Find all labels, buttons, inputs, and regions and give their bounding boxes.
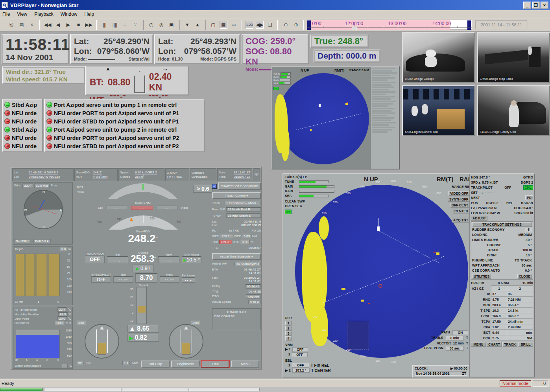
ebl1-value[interactable]: OFF: [292, 363, 309, 368]
acq-tgt-button[interactable]: ACQ TGT: [452, 218, 470, 223]
alarm-row[interactable]: offNFU order STBD to port Azipod servo u…: [46, 142, 203, 150]
alarm-row[interactable]: offNFU order STBD to port Azipod servo u…: [46, 117, 203, 125]
scatter-icon[interactable]: ∴: [121, 21, 129, 29]
close-file-icon[interactable]: ×: [28, 21, 36, 29]
alarm-row[interactable]: offNFU orde: [4, 109, 41, 117]
handset-icon[interactable]: ☏: [253, 168, 260, 181]
zoom-out-icon[interactable]: ⊖: [282, 21, 290, 29]
az-col-1[interactable]: 1: [491, 286, 507, 291]
course-set[interactable]: ---.-: [107, 256, 128, 263]
radar-pd-chip[interactable]: PD: [525, 195, 533, 200]
tree-button[interactable]: Tree: [201, 361, 229, 368]
wpt-approach[interactable]: 60 sec: [522, 263, 532, 267]
pi-1[interactable]: 1: [285, 321, 292, 326]
past-posn-value[interactable]: 30 sec: [446, 346, 464, 351]
course-next[interactable]: ---.-: [158, 256, 179, 263]
brightness-button[interactable]: Brightness: [171, 361, 199, 368]
alarm-row[interactable]: onPort Azipod servo unit to pump 2 in re…: [46, 125, 203, 134]
limit-drift[interactable]: 10 °: [526, 253, 532, 257]
cpa-limit-nm[interactable]: 0.5 NM: [498, 281, 509, 285]
play-icon[interactable]: ▶: [64, 21, 72, 29]
cpa-limit-min[interactable]: 15 min: [522, 281, 533, 285]
step-back-icon[interactable]: ◀: [54, 21, 62, 29]
timeline-end-marker[interactable]: [467, 20, 471, 30]
center-button[interactable]: CENTER: [453, 209, 470, 213]
pan-view-icon[interactable]: ◀▶: [256, 21, 264, 29]
window-grid-icon[interactable]: ▦: [220, 21, 227, 29]
speed-slow-icon[interactable]: |||: [101, 21, 109, 29]
menu-button[interactable]: Menu: [231, 361, 259, 368]
menu-help[interactable]: Help: [85, 11, 94, 17]
speedpilot-state[interactable]: OFF: [91, 276, 111, 283]
radar-small-ir-chip[interactable]: IR: [273, 87, 279, 90]
trails-value[interactable]: 6 min: [446, 336, 464, 340]
maximize-button[interactable]: ❐: [532, 2, 540, 9]
speed-fast-icon[interactable]: ||||: [111, 21, 119, 29]
limit-track[interactable]: 100 m: [522, 248, 532, 252]
title-bar[interactable]: VDRPlayer - Norwegian Star _ ❐ ×: [0, 0, 550, 10]
alarm-row[interactable]: offNFU orde: [4, 142, 41, 150]
pi-4[interactable]: 4: [285, 336, 292, 341]
synth-off-button[interactable]: SYNTH OFF: [448, 197, 470, 202]
radar-track-button[interactable]: TRACK: [502, 342, 517, 347]
menu-view[interactable]: View: [17, 11, 27, 17]
radar-play-icon[interactable]: ▶: [450, 366, 453, 370]
timeline-start-marker[interactable]: [307, 20, 311, 30]
down-arrow-icon[interactable]: ▼: [183, 21, 191, 29]
up-arrow-icon[interactable]: ▲: [194, 21, 201, 29]
radius-next[interactable]: -.--: [157, 206, 177, 210]
menu-file[interactable]: File: [2, 11, 10, 17]
radar-brill-button[interactable]: BRILL: [518, 342, 533, 347]
path-state[interactable]: ON: [452, 330, 468, 335]
route-from-wp[interactable]: 32 North East R: [226, 207, 261, 212]
speed-set[interactable]: --.--: [113, 276, 133, 283]
save-icon[interactable]: ⎘: [7, 21, 15, 29]
rudder-economy[interactable]: 5: [525, 228, 532, 232]
minimize-button[interactable]: _: [523, 2, 531, 9]
window-single-icon[interactable]: ▢: [209, 21, 217, 29]
schedule-dropdown[interactable]: Actual Time Schedule ▾: [212, 253, 261, 260]
radar-chart-button[interactable]: CHART: [487, 342, 502, 347]
limit-course[interactable]: 5 °: [528, 243, 532, 247]
menu-window[interactable]: Window: [61, 11, 78, 17]
export-icon[interactable]: ▣: [168, 21, 175, 29]
std-disp-button[interactable]: Std Disp: [141, 361, 170, 368]
utilities-button[interactable]: UTILITIES: [472, 274, 491, 279]
adjust-button[interactable]: ADJUST: [471, 216, 487, 221]
menu-playback[interactable]: Playback: [34, 11, 54, 17]
ebl2-value[interactable]: 283.2 °: [292, 368, 310, 373]
alarm-row[interactable]: offNFU orde: [4, 117, 41, 125]
route-track[interactable]: 1 Eemshaven - Miam: [225, 201, 261, 205]
radar-chl-chip[interactable]: CHL: [523, 185, 533, 190]
stop-icon[interactable]: ■: [74, 21, 82, 29]
clock-icon[interactable]: ◷: [147, 21, 155, 29]
find-icon[interactable]: ◎: [157, 21, 165, 29]
chartpilot-checkbox[interactable]: ✓: [212, 184, 217, 189]
skip-start-icon[interactable]: ◀◀: [44, 21, 52, 29]
vrm1-value[interactable]: OFF: [292, 347, 308, 352]
open-icon[interactable]: ▤: [18, 21, 26, 29]
vector-value[interactable]: 12 min: [453, 341, 464, 345]
track-control-dropdown[interactable]: Track / Control ▾: [212, 192, 261, 199]
alarm-row[interactable]: offNFU orde: [4, 134, 41, 142]
route-to-wp[interactable]: 33 App. Miami S: [226, 213, 261, 218]
cse-corr[interactable]: 0.0 °: [525, 269, 532, 272]
limit-rudder[interactable]: 10 °: [526, 238, 532, 242]
scatter2-icon[interactable]: ∵: [131, 21, 139, 29]
skip-end-icon[interactable]: ▶▶: [85, 21, 92, 29]
radar-trackpilot-state[interactable]: OFF: [504, 186, 511, 190]
radar-set[interactable]: SET ---.- - ---- --: [471, 191, 494, 195]
alarm-row[interactable]: onPort Azipod servo unit to pump 1 in re…: [46, 101, 203, 109]
layers-icon[interactable]: ❏: [266, 21, 274, 29]
window-split-icon[interactable]: ▭: [230, 21, 238, 29]
pi-3[interactable]: 3: [285, 331, 292, 336]
speed-next[interactable]: --.--: [160, 276, 179, 283]
close-button[interactable]: ×: [541, 2, 548, 9]
trackpilot-state[interactable]: OFF: [85, 256, 105, 263]
alarm-row[interactable]: offNFU order PORT to port Azipod servo u…: [46, 134, 203, 142]
alarm-row[interactable]: offNFU order PORT to port Azipod servo u…: [46, 109, 203, 117]
set-lever[interactable]: --.-: [182, 277, 195, 283]
numbers-view-icon[interactable]: 1.23: [245, 21, 253, 29]
radar-menu-button[interactable]: MENU: [471, 342, 486, 347]
radar-ir-chip[interactable]: IR: [285, 210, 292, 214]
